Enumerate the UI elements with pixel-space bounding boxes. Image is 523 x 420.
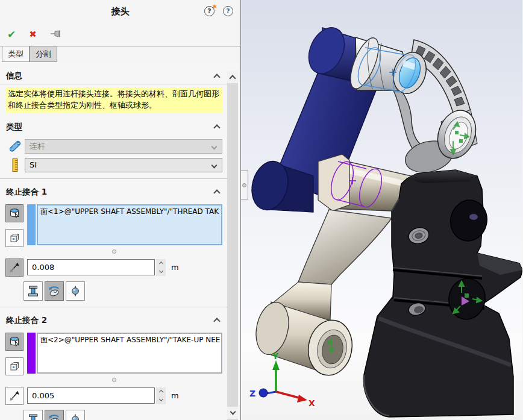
spin-up-button[interactable]	[156, 259, 166, 268]
vertex-box-icon	[8, 232, 20, 244]
listbox-resize-handle[interactable]	[112, 249, 116, 254]
offset-spinner-1	[156, 259, 166, 276]
end-joint-2-title: 终止接合 2	[6, 315, 47, 326]
chevron-down-icon	[211, 143, 218, 149]
unit-label: m	[171, 391, 179, 400]
whats-new-glyph: ?	[207, 7, 211, 15]
units-dropdown[interactable]: SI	[25, 158, 222, 172]
triad-x-label: X	[308, 398, 315, 408]
section-header-type[interactable]: 类型	[0, 119, 228, 135]
select-vertex-button[interactable]	[5, 357, 23, 375]
sphere-pin-icon	[69, 284, 82, 298]
offset-spinner-2	[156, 387, 166, 404]
cylinder-face-icon	[8, 207, 20, 219]
selection-color-bar-purple	[27, 333, 36, 374]
cad-model: Y X Z	[241, 0, 522, 420]
section-divider	[0, 178, 228, 179]
solidworks-window: 接头 ? ✱ ? ✔ ✖ 类型	[0, 0, 523, 420]
scroll-up-button[interactable]	[227, 71, 238, 83]
select-face-button[interactable]	[5, 204, 23, 222]
cylinder-face-icon	[8, 336, 20, 348]
offset-distance-button[interactable]	[5, 259, 23, 277]
unit-label: m	[171, 263, 179, 272]
offset-arrows-icon	[8, 390, 20, 402]
cancel-button[interactable]: ✖	[29, 29, 37, 40]
scroll-down-button[interactable]	[227, 407, 238, 419]
chevron-up-icon[interactable]	[213, 318, 220, 325]
pm-body: 信息 选定实体将使用连杆接头连接。将接头的材料、剖面几何图形和终止接合类型指定为…	[0, 63, 240, 420]
section-header-end-joint-1[interactable]: 终止接合 1	[0, 184, 228, 200]
help-icon[interactable]: ?	[223, 6, 233, 16]
help-glyph: ?	[226, 7, 230, 15]
chevron-up-icon[interactable]	[213, 74, 220, 80]
3d-viewport[interactable]: Y X Z	[241, 0, 522, 420]
joint-type-dropdown: 连杆	[25, 139, 222, 154]
offset-value-input-1[interactable]	[27, 259, 155, 275]
info-message: 选定实体将使用连杆接头连接。将接头的材料、剖面几何图形和终止接合类型指定为刚性、…	[5, 87, 222, 113]
select-vertex-button[interactable]	[5, 229, 23, 247]
ok-button[interactable]: ✔	[7, 28, 16, 40]
end-joint-1-title: 终止接合 1	[6, 187, 47, 198]
panel-title-bar: 接头 ? ✱ ?	[0, 0, 240, 23]
rigid-button[interactable]	[23, 281, 43, 301]
spin-down-button[interactable]	[156, 396, 166, 404]
link-icon	[5, 140, 25, 152]
triad-z-label: Z	[249, 389, 255, 398]
triad-y-label: Y	[272, 351, 279, 361]
joint-end-type-toggles-2	[23, 410, 222, 420]
offset-value-input-2[interactable]	[27, 387, 155, 404]
splitter-dot	[242, 183, 246, 187]
pivot-button[interactable]	[45, 410, 64, 420]
units-value: SI	[30, 160, 37, 169]
spin-up-button[interactable]	[156, 387, 166, 396]
panel-scrollbar[interactable]	[227, 71, 238, 420]
page-title: 接头	[111, 6, 130, 17]
selection-list-1[interactable]: 面<1>@"UPPER SHAFT ASSEMBLY"/"THREAD TAK	[37, 204, 222, 245]
chevron-up-icon[interactable]	[213, 190, 220, 196]
listbox-resize-handle[interactable]	[112, 378, 116, 382]
joint-end-type-toggles-1	[23, 281, 222, 301]
spherical-button[interactable]	[66, 281, 85, 301]
spin-down-button[interactable]	[156, 268, 166, 276]
select-face-button[interactable]	[5, 333, 23, 351]
pivot-button[interactable]	[45, 281, 64, 301]
whats-new-icon[interactable]: ? ✱	[204, 6, 215, 16]
selection-2-item: 面<2>@"UPPER SHAFT ASSEMBLY"/"TAKE-UP NEE	[40, 336, 220, 344]
vertex-box-icon	[8, 360, 20, 372]
spherical-button[interactable]	[66, 410, 85, 420]
pivot-icon	[48, 413, 61, 420]
rigid-spool-icon	[27, 284, 40, 298]
rigid-button[interactable]	[23, 410, 43, 420]
tab-split[interactable]: 分割	[30, 46, 57, 62]
offset-arrows-icon	[8, 262, 20, 274]
pm-tab-strip: 类型 分割	[0, 46, 240, 63]
joint-type-value: 连杆	[30, 141, 45, 152]
section-header-end-joint-2[interactable]: 终止接合 2	[0, 312, 228, 328]
panel-splitter-handle[interactable]	[241, 171, 248, 199]
new-star-icon: ✱	[212, 4, 217, 10]
type-title: 类型	[6, 122, 22, 133]
section-divider	[0, 307, 228, 307]
selection-color-bar-blue	[27, 204, 36, 245]
pm-scroll-content: 信息 选定实体将使用连杆接头连接。将接头的材料、剖面几何图形和终止接合类型指定为…	[0, 63, 228, 420]
pm-toolbar: ✔ ✖	[0, 23, 240, 46]
property-manager-panel: 接头 ? ✱ ? ✔ ✖ 类型	[0, 0, 241, 420]
section-header-info[interactable]: 信息	[0, 67, 228, 84]
info-title: 信息	[6, 71, 22, 81]
rigid-spool-icon	[27, 413, 40, 420]
pin-icon[interactable]	[50, 29, 62, 40]
chevron-down-icon	[211, 162, 218, 168]
tab-type[interactable]: 类型	[2, 46, 30, 62]
offset-distance-button[interactable]	[5, 387, 23, 405]
selection-1-item: 面<1>@"UPPER SHAFT ASSEMBLY"/"THREAD TAK	[40, 207, 219, 216]
pivot-icon	[48, 284, 61, 298]
selection-list-2[interactable]: 面<2>@"UPPER SHAFT ASSEMBLY"/"TAKE-UP NEE	[37, 333, 222, 374]
ruler-icon	[5, 158, 25, 172]
chevron-up-icon[interactable]	[213, 125, 220, 131]
sphere-pin-icon	[69, 413, 82, 420]
